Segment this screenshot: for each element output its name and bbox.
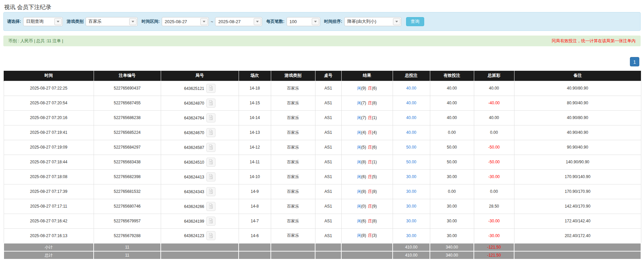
time-range-label: 时间区间: — [142, 19, 160, 24]
player-points: (8) — [361, 189, 366, 194]
remark: 142.40/170.90 — [565, 204, 591, 209]
player-points: (6) — [361, 174, 366, 179]
summary-payout: -121.50 — [487, 253, 501, 258]
table-header: 时间 注单编号 局号 场次 游戏类别 桌号 结果 总投注 有效投注 总派彩 备注 — [4, 71, 641, 81]
video-replay-button[interactable] — [206, 84, 215, 93]
chevron-down-icon[interactable] — [129, 18, 137, 25]
player-points: (7) — [361, 101, 366, 105]
page-1-button[interactable]: 1 — [630, 57, 639, 66]
total-bet-link[interactable]: 30.00 — [406, 204, 416, 209]
video-replay-button[interactable] — [206, 143, 215, 152]
game-category: 百家乐 — [287, 130, 299, 135]
remark: 40.90/80.90 — [567, 115, 588, 120]
banker-points: (1) — [372, 115, 377, 120]
summary-label: 总计 — [45, 253, 53, 258]
total-bet-link[interactable]: 40.00 — [406, 86, 416, 91]
chevron-down-icon[interactable] — [254, 18, 261, 25]
search-button[interactable]: 查询 — [406, 17, 424, 26]
video-replay-button[interactable] — [206, 231, 215, 240]
table-row: 2025-08-27 07:18:44 522765683438 6436245… — [4, 155, 641, 169]
game-category-dropdown[interactable]: 百家乐 — [86, 17, 138, 26]
bet-id: 522765685224 — [114, 130, 141, 135]
video-replay-button[interactable] — [206, 128, 215, 137]
total-bet-link[interactable]: 30.00 — [406, 219, 416, 223]
total-bet-link[interactable]: 40.00 — [406, 130, 416, 135]
banker-points: (3) — [372, 233, 377, 238]
video-file-icon — [208, 159, 214, 165]
remark: 140.90/90.90 — [566, 160, 589, 164]
session-number: 14-13 — [250, 130, 260, 135]
chevron-down-icon[interactable] — [312, 18, 319, 25]
page-size-dropdown[interactable]: 100 — [287, 17, 320, 26]
player-result: 闲 — [357, 219, 361, 223]
date-from-picker[interactable]: 2025-08-27 — [162, 17, 209, 26]
video-replay-button[interactable] — [206, 172, 215, 181]
total-bet-link[interactable]: 30.00 — [406, 189, 416, 194]
round-id: 643624510 — [184, 160, 204, 164]
summary-count: 11 — [125, 245, 129, 250]
video-replay-button[interactable] — [206, 217, 215, 226]
header-remark: 备注 — [514, 71, 641, 81]
valid-bet: 40.00 — [447, 115, 457, 120]
date-to-picker[interactable]: 2025-08-27 — [215, 17, 262, 26]
result-cell: 闲(5)庄(6) — [341, 140, 393, 155]
query-type-dropdown[interactable]: 日期查询 — [23, 17, 63, 26]
total-bet-link[interactable]: 50.00 — [406, 145, 416, 150]
banker-points: (8) — [372, 219, 377, 223]
player-result: 闲 — [357, 101, 361, 105]
bet-time: 2025-08-27 07:18:44 — [30, 160, 67, 164]
session-number: 14-14 — [250, 115, 260, 120]
payout: -30.00 — [488, 219, 500, 223]
select-type-label: 请选择: — [7, 19, 21, 24]
pagination: 1 — [5, 57, 639, 66]
total-bet-link[interactable]: 30.00 — [406, 174, 416, 179]
total-bet-link[interactable]: 40.00 — [406, 101, 416, 105]
video-replay-button[interactable] — [206, 99, 215, 108]
table-number: AS1 — [325, 189, 332, 194]
time-sort-label: 时间排序: — [324, 19, 342, 24]
banker-result: 庄 — [368, 145, 372, 150]
valid-bet: 0.00 — [448, 189, 456, 194]
banker-result: 庄 — [368, 233, 372, 238]
video-replay-button[interactable] — [206, 202, 215, 211]
summary-row: 小计 11 410.00 340.00 -121.50 — [4, 243, 641, 251]
total-bet-link[interactable]: 30.00 — [406, 233, 416, 238]
chevron-down-icon[interactable] — [200, 18, 208, 25]
date-from-value: 2025-08-27 — [162, 19, 200, 24]
player-result: 闲 — [357, 174, 361, 179]
header-payout: 总派彩 — [474, 71, 514, 81]
bet-id: 522765679288 — [114, 233, 141, 238]
remark: 40.90/80.90 — [567, 86, 588, 91]
chevron-down-icon[interactable] — [54, 18, 62, 25]
player-result: 闲 — [357, 160, 361, 164]
total-bet-link[interactable]: 40.00 — [406, 115, 416, 120]
banker-points: (8) — [372, 101, 377, 105]
summary-bar: 币别 : 人民币 | 总共 :11 注单 | 同局有效投注，统一计算在该局第一张… — [3, 36, 641, 46]
round-id: 643624764 — [184, 115, 204, 120]
player-result: 闲 — [357, 86, 361, 91]
table-number: AS1 — [325, 204, 332, 209]
valid-bet: 30.00 — [447, 233, 457, 238]
game-category: 百家乐 — [287, 189, 299, 194]
remark: 80.90/40.90 — [567, 101, 588, 105]
video-replay-button[interactable] — [206, 187, 215, 196]
result-cell: 闲(6)庄(5) — [341, 169, 393, 184]
game-category: 百家乐 — [287, 101, 299, 105]
player-result: 闲 — [357, 204, 361, 209]
time-sort-dropdown[interactable]: 降幂(由大到小) — [344, 17, 401, 26]
table-row: 2025-08-27 07:16:13 522765679288 6436241… — [4, 228, 641, 243]
game-category: 百家乐 — [287, 160, 299, 164]
remark: 90.90/40.90 — [567, 145, 588, 150]
round-id: 643624199 — [184, 219, 204, 223]
summary-valid-bet: 340.00 — [446, 253, 458, 258]
total-bet-link[interactable]: 50.00 — [406, 160, 416, 164]
payout: 40.00 — [489, 115, 499, 120]
video-replay-button[interactable] — [206, 158, 215, 167]
player-points: (0) — [361, 204, 366, 209]
valid-bet: 50.00 — [447, 160, 457, 164]
bet-time: 2025-08-27 07:19:09 — [30, 145, 67, 150]
chevron-down-icon[interactable] — [393, 18, 400, 25]
video-replay-button[interactable] — [206, 113, 215, 122]
result-cell: 闲(7)庄(1) — [341, 110, 393, 125]
session-number: 14-12 — [250, 145, 260, 150]
